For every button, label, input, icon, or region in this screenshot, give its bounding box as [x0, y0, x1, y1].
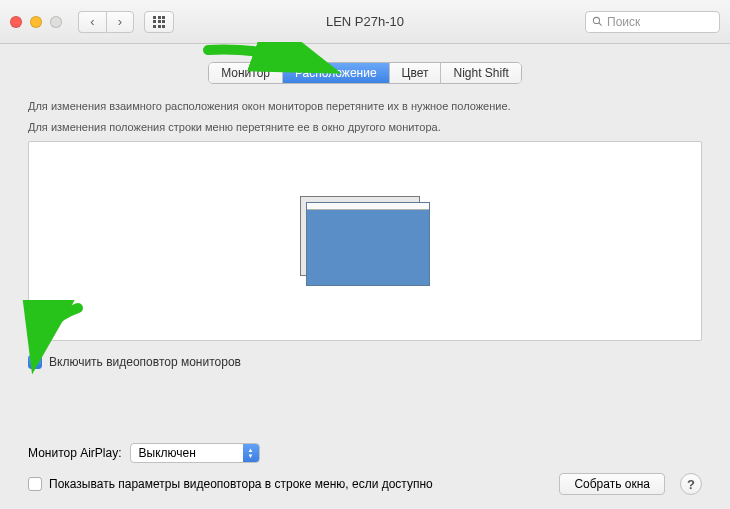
tabs: Монитор Расположение Цвет Night Shift	[208, 62, 522, 84]
prefpane-content: Монитор Расположение Цвет Night Shift Дл…	[0, 44, 730, 509]
menubar-strip[interactable]	[307, 203, 429, 210]
help-icon: ?	[687, 477, 695, 492]
window-title: LEN P27h-10	[326, 14, 404, 29]
titlebar: ‹ › LEN P27h-10 Поиск	[0, 0, 730, 44]
svg-line-1	[599, 23, 602, 26]
search-placeholder: Поиск	[607, 15, 640, 29]
grid-icon	[153, 16, 165, 28]
monitor-stack[interactable]	[300, 196, 430, 286]
help-button[interactable]: ?	[680, 473, 702, 495]
monitor-primary[interactable]	[306, 202, 430, 286]
mirror-checkbox-label: Включить видеоповтор мониторов	[49, 355, 241, 369]
search-input[interactable]: Поиск	[585, 11, 720, 33]
close-window-button[interactable]	[10, 16, 22, 28]
airplay-value: Выключен	[139, 446, 196, 460]
svg-point-0	[593, 17, 599, 23]
arrangement-area[interactable]	[28, 141, 702, 341]
tab-night-shift[interactable]: Night Shift	[441, 63, 520, 83]
updown-icon: ▲▼	[243, 444, 259, 462]
gather-windows-button[interactable]: Собрать окна	[559, 473, 665, 495]
zoom-window-button[interactable]	[50, 16, 62, 28]
show-mirror-menu-label: Показывать параметры видеоповтора в стро…	[49, 477, 433, 491]
search-icon	[592, 16, 603, 27]
chevron-right-icon: ›	[118, 14, 122, 29]
tab-color[interactable]: Цвет	[390, 63, 442, 83]
show-mirror-menu-checkbox[interactable]	[28, 477, 42, 491]
forward-button[interactable]: ›	[106, 11, 134, 33]
tab-arrangement[interactable]: Расположение	[283, 63, 390, 83]
mirror-checkbox-row: ✓ Включить видеоповтор мониторов	[28, 355, 702, 369]
tab-monitor[interactable]: Монитор	[209, 63, 283, 83]
instructions-line1: Для изменения взаимного расположения око…	[28, 98, 702, 115]
bottom-bar: Монитор AirPlay: Выключен ▲▼ Показывать …	[0, 433, 730, 509]
back-button[interactable]: ‹	[78, 11, 106, 33]
minimize-window-button[interactable]	[30, 16, 42, 28]
airplay-select[interactable]: Выключен ▲▼	[130, 443, 260, 463]
airplay-label: Монитор AirPlay:	[28, 446, 122, 460]
instructions-line2: Для изменения положения строки меню пере…	[28, 119, 702, 136]
mirror-checkbox[interactable]: ✓	[28, 355, 42, 369]
chevron-left-icon: ‹	[90, 14, 94, 29]
show-all-button[interactable]	[144, 11, 174, 33]
